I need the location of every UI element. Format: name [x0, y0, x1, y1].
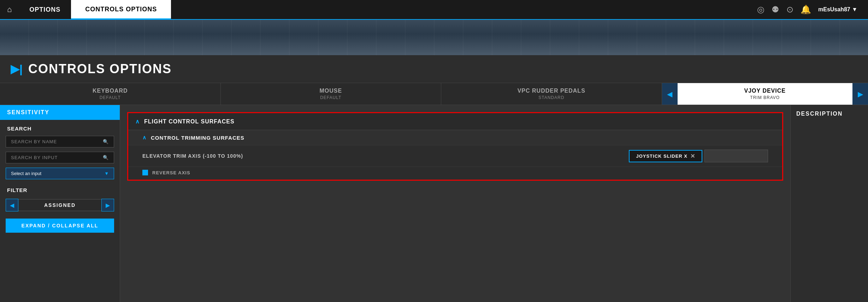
top-nav-right: ◎ ⚉ ⊙ 🔔 mEsUsah87 ▼: [746, 0, 868, 19]
notification-icon[interactable]: 🔔: [801, 5, 811, 14]
expand-collapse-label: EXPAND / COLLAPSE ALL: [22, 223, 99, 228]
controls-options-label: CONTROLS OPTIONS: [85, 6, 157, 13]
tab-vpc-sublabel: STANDARD: [538, 95, 564, 100]
joystick-slider-label: JOYSTICK SLIDER X: [636, 153, 687, 159]
tab-keyboard-label: KEYBOARD: [93, 88, 128, 94]
search-name-icon: 🔍: [103, 139, 109, 144]
options-nav-item[interactable]: OPTIONS: [19, 0, 71, 19]
home-icon: ⌂: [7, 5, 12, 14]
reverse-axis-row: REVERSE AXIS: [128, 167, 782, 180]
search-input-icon: 🔍: [103, 155, 109, 160]
expand-collapse-all-button[interactable]: EXPAND / COLLAPSE ALL: [6, 219, 114, 233]
filter-prev-button[interactable]: ◀: [6, 199, 18, 211]
sensitivity-label: SENSITIVITY: [7, 109, 49, 115]
home-button[interactable]: ⌂: [0, 0, 19, 19]
description-panel: DESCRIPTION: [790, 105, 868, 302]
vjoy-next-arrow[interactable]: ▶: [852, 83, 868, 105]
control-trimming-header[interactable]: ∧ CONTROL TRIMMING SURFACES: [128, 130, 782, 145]
reverse-axis-label: REVERSE AXIS: [152, 170, 190, 175]
binding-empty-slot[interactable]: [704, 150, 768, 162]
search-by-input-text: SEARCH BY INPUT: [11, 155, 58, 160]
page-title-bar: ▶| CONTROLS OPTIONS: [0, 55, 868, 83]
tab-keyboard[interactable]: KEYBOARD DEFAULT: [0, 83, 221, 105]
sidebar: SENSITIVITY SEARCH SEARCH BY NAME 🔍 SEAR…: [0, 105, 120, 302]
sensitivity-button[interactable]: SENSITIVITY: [0, 105, 120, 120]
tab-vpc-rudder[interactable]: VPC RUDDER PEDALS STANDARD: [441, 83, 662, 105]
tabs-row: KEYBOARD DEFAULT MOUSE DEFAULT VPC RUDDE…: [0, 83, 868, 105]
vjoy-tab-content[interactable]: VJOY DEVICE TRIM BRAVO: [678, 83, 853, 105]
section-caret-icon: ∧: [135, 118, 140, 125]
page-title: CONTROLS OPTIONS: [28, 62, 172, 76]
search-section-label: SEARCH: [0, 120, 120, 134]
flight-control-label: FLIGHT CONTROL SURFACES: [144, 118, 235, 125]
filter-next-button[interactable]: ▶: [101, 199, 114, 211]
search-by-input-input[interactable]: SEARCH BY INPUT 🔍: [6, 152, 114, 163]
filter-row: ◀ ASSIGNED ▶: [6, 199, 114, 211]
tab-mouse-label: MOUSE: [319, 88, 342, 94]
search-by-name-input[interactable]: SEARCH BY NAME 🔍: [6, 136, 114, 147]
main-content: ▶| CONTROLS OPTIONS KEYBOARD DEFAULT MOU…: [0, 55, 868, 302]
top-navigation: ⌂ OPTIONS CONTROLS OPTIONS ◎ ⚉ ⊙ 🔔 mEsUs…: [0, 0, 868, 20]
tab-vjoy-sublabel: TRIM BRAVO: [750, 95, 780, 100]
controls-options-nav-item[interactable]: CONTROLS OPTIONS: [71, 0, 171, 19]
flight-control-header[interactable]: ∧ FLIGHT CONTROL SURFACES: [128, 113, 782, 130]
select-input-dropdown[interactable]: Select an input ▼: [6, 168, 114, 179]
reverse-axis-checkbox[interactable]: [142, 170, 148, 175]
subsection-caret-icon: ∧: [142, 134, 147, 141]
select-input-label: Select an input: [11, 171, 41, 176]
tab-keyboard-sublabel: DEFAULT: [100, 95, 121, 100]
tab-vpc-label: VPC RUDDER PEDALS: [518, 88, 585, 94]
flight-control-surfaces-section: ∧ FLIGHT CONTROL SURFACES ∧ CONTROL TRIM…: [127, 112, 783, 181]
username[interactable]: mEsUsah87 ▼: [818, 6, 857, 13]
tab-vjoy: ◀ VJOY DEVICE TRIM BRAVO ▶: [662, 83, 868, 105]
elevator-trim-binding: JOYSTICK SLIDER X ✕: [629, 150, 768, 162]
description-title: DESCRIPTION: [796, 111, 843, 117]
control-trimming-label: CONTROL TRIMMING SURFACES: [151, 135, 244, 141]
profile-icon[interactable]: ⊙: [786, 5, 793, 14]
tab-mouse[interactable]: MOUSE DEFAULT: [221, 83, 442, 105]
dropdown-arrow-icon: ▼: [104, 171, 109, 176]
elevator-trim-row: ELEVATOR TRIM AXIS (-100 TO 100%) JOYSTI…: [128, 145, 782, 167]
filter-assigned-label: ASSIGNED: [18, 199, 101, 211]
tab-mouse-sublabel: DEFAULT: [320, 95, 341, 100]
filter-section-label: FILTER: [0, 181, 120, 195]
search-by-name-text: SEARCH BY NAME: [11, 139, 57, 144]
joystick-slider-binding[interactable]: JOYSTICK SLIDER X ✕: [629, 150, 702, 162]
elevator-trim-name: ELEVATOR TRIM AXIS (-100 TO 100%): [142, 153, 319, 159]
options-label: OPTIONS: [29, 6, 60, 13]
target-icon[interactable]: ◎: [757, 5, 764, 14]
hero-image: [0, 20, 868, 55]
page-title-icon: ▶|: [11, 62, 23, 76]
community-icon[interactable]: ⚉: [772, 5, 779, 14]
body-row: SENSITIVITY SEARCH SEARCH BY NAME 🔍 SEAR…: [0, 105, 868, 302]
tab-vjoy-label: VJOY DEVICE: [744, 88, 786, 94]
vjoy-prev-arrow[interactable]: ◀: [662, 83, 678, 105]
binding-close-icon[interactable]: ✕: [690, 153, 695, 159]
main-panel: ∧ FLIGHT CONTROL SURFACES ∧ CONTROL TRIM…: [120, 105, 790, 302]
